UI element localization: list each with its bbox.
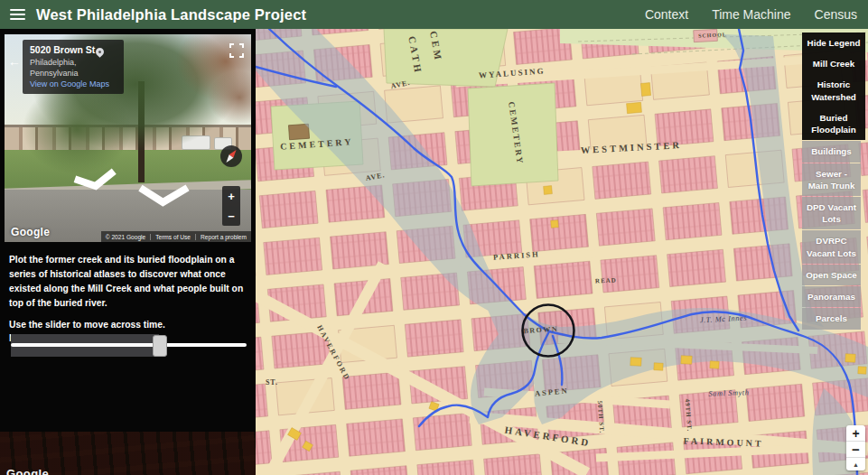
nav-item-time-machine[interactable]: Time Machine <box>712 7 790 22</box>
copyright-text: © 2021 Google <box>101 234 150 240</box>
historical-map-container: CEMETERYCATHCEMWYALUSINGCEMETERYWESTMINS… <box>256 29 868 475</box>
terms-of-use-link[interactable]: Terms of Use <box>150 234 195 240</box>
legend-button-mill-creek[interactable]: Mill Creek <box>802 53 865 74</box>
legend-button-dvrpc-vacant-lots[interactable]: DVRPC Vacant Lots <box>802 230 861 263</box>
legend-button-buildings[interactable]: Buildings <box>802 141 861 162</box>
map-zoom-in-button[interactable]: + <box>846 425 865 442</box>
legend-button-hide-legend[interactable]: Hide Legend <box>802 33 865 53</box>
app-window: CEMETERYCATHCEMWYALUSINGCEMETERYWESTMINS… <box>0 0 868 475</box>
hamburger-icon <box>10 9 25 20</box>
legend-button-buried-floodplain[interactable]: Buried Floodplain <box>802 107 865 140</box>
legend-button-sewer-main-trunk[interactable]: Sewer - Main Trunk <box>802 163 861 196</box>
time-slider[interactable] <box>11 334 247 357</box>
historical-map[interactable]: CEMETERYCATHCEMWYALUSINGCEMETERYWESTMINS… <box>256 29 868 475</box>
hamburger-menu-button[interactable] <box>0 0 34 29</box>
map-label-read: READ <box>595 276 617 284</box>
report-problem-link[interactable]: Report a problem <box>195 234 251 240</box>
street-view-zoom-in-button[interactable]: + <box>222 186 240 206</box>
compass-icon[interactable] <box>219 144 243 168</box>
nav-item-census[interactable]: Census <box>815 7 857 22</box>
left-sidebar: ← 5020 Brown St Philadelphia, Pennsylvan… <box>0 29 256 475</box>
map-zoom-control: + − ▲ <box>846 425 865 470</box>
highlight-circle <box>523 305 574 357</box>
time-slider-thumb[interactable] <box>153 335 167 357</box>
view-on-google-maps-link[interactable]: View on Google Maps <box>30 79 117 91</box>
layer-legend: Hide LegendMill CreekHistoric WatershedB… <box>802 33 865 330</box>
time-slider-track[interactable] <box>11 343 247 347</box>
street-view-zoom-out-button[interactable]: − <box>222 206 240 226</box>
legend-button-open-space[interactable]: Open Space <box>802 265 861 285</box>
app-header: West Philadelphia Landscape Project Cont… <box>0 0 868 29</box>
street-view-attribution: © 2021 Google Terms of Use Report a prob… <box>101 231 251 242</box>
google-logo: Google <box>11 226 50 238</box>
street-view-address-card: 5020 Brown St Philadelphia, Pennsylvania… <box>23 40 124 94</box>
panel-description: Plot the former creek and its buried flo… <box>9 253 247 311</box>
legend-button-parcels[interactable]: Parcels <box>802 308 861 329</box>
fullscreen-icon[interactable] <box>229 43 244 58</box>
street-view-panorama[interactable]: ← 5020 Brown St Philadelphia, Pennsylvan… <box>5 34 251 242</box>
address-subtitle: Philadelphia, Pennsylvania <box>30 57 117 79</box>
legend-button-panoramas[interactable]: Panoramas <box>802 286 861 307</box>
legend-button-historic-watershed[interactable]: Historic Watershed <box>802 74 865 107</box>
street-view-back-arrow[interactable]: ← <box>8 54 21 69</box>
nav-item-context[interactable]: Context <box>645 7 688 22</box>
page-title: West Philadelphia Landscape Project <box>36 6 306 23</box>
map-label-st: ST. <box>266 378 278 387</box>
google-watermark: Google <box>6 467 49 475</box>
map-zoom-out-button[interactable]: − <box>846 442 865 458</box>
slider-instruction: Use the slider to move across time. <box>9 318 247 331</box>
legend-button-dpd-vacant-lots[interactable]: DPD Vacant Lots <box>802 197 861 229</box>
header-nav: ContextTime MachineCensus <box>645 7 868 22</box>
map-label-saml-smyth: Saml Smyth <box>708 387 749 398</box>
street-view-zoom-control: + − <box>222 186 240 226</box>
scroll-up-arrow[interactable]: ▲ <box>846 458 865 470</box>
